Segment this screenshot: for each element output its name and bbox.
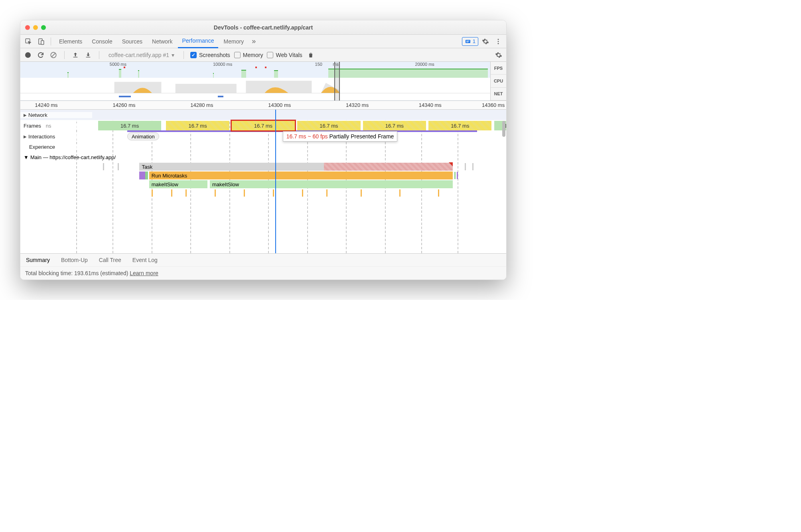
expand-arrow-icon[interactable]: ▶	[24, 134, 27, 139]
net-row	[20, 93, 490, 100]
blocking-time-text: Total blocking time: 193.61ms (estimated…	[25, 270, 128, 276]
playhead-cursor[interactable]	[275, 110, 276, 253]
task-long-bar[interactable]	[324, 163, 453, 171]
long-task-marker-icon	[449, 162, 453, 166]
bar[interactable]	[139, 171, 145, 179]
bar[interactable]	[145, 171, 148, 179]
chevron-down-icon: ▾	[172, 52, 174, 58]
separator	[99, 51, 99, 59]
main-flamechart[interactable]: Task Run Microtasks makeItSlow makeItSlo…	[20, 162, 506, 206]
svg-point-7	[498, 41, 499, 42]
flamechart-panel[interactable]: ▶Network Frames ns 16.7 ms16.7 ms16.7 ms…	[20, 110, 506, 253]
panel-tabs: Elements Console Sources Network Perform…	[20, 35, 506, 48]
frame-segment[interactable]: 16.7 ms	[297, 121, 360, 130]
separator	[64, 51, 65, 59]
tab-memory[interactable]: Memory	[220, 35, 248, 48]
tooltip-desc: Partially Presented Frame	[329, 133, 394, 140]
detail-tab-calltree[interactable]: Call Tree	[98, 254, 122, 266]
track-label: Main — https://coffee-cart.netlify.app/	[30, 154, 116, 160]
fps-row	[20, 68, 490, 78]
session-selector[interactable]: coffee-cart.netlify.app #1 ▾	[106, 51, 177, 59]
time-ruler[interactable]: 14240 ms 14260 ms 14280 ms 14300 ms 1432…	[20, 101, 506, 110]
summary-footer: Total blocking time: 193.61ms (estimated…	[20, 267, 506, 280]
frame-segment[interactable]: 16.7 ms	[98, 121, 161, 130]
detail-tab-summary[interactable]: Summary	[25, 254, 51, 266]
svg-point-8	[498, 43, 499, 44]
track-label: Network	[28, 112, 47, 118]
frame-segment[interactable]: 16.7 ms	[363, 121, 426, 130]
frame-tooltip: 16.7 ms ~ 60 fps Partially Presented Fra…	[283, 131, 398, 142]
reload-record-button[interactable]	[36, 51, 45, 59]
detail-tab-bottomup[interactable]: Bottom-Up	[60, 254, 89, 266]
perf-toolbar: coffee-cart.netlify.app #1 ▾ Screenshots…	[20, 48, 506, 62]
svg-rect-11	[86, 57, 91, 57]
inspect-icon[interactable]	[23, 36, 34, 47]
device-toggle-icon[interactable]	[36, 36, 47, 47]
svg-rect-5	[466, 41, 468, 42]
screenshots-checkbox[interactable]: Screenshots	[190, 52, 230, 58]
svg-rect-2	[41, 40, 44, 44]
kebab-menu-icon[interactable]	[493, 36, 504, 47]
main-thread-header[interactable]: ▼ Main — https://coffee-cart.netlify.app…	[20, 152, 506, 162]
frames-track[interactable]: Frames ns 16.7 ms16.7 ms16.7 ms16.7 ms16…	[20, 120, 506, 131]
scrollbar-thumb[interactable]	[502, 121, 505, 137]
record-button[interactable]	[24, 51, 32, 59]
track-label: Experience	[29, 144, 55, 150]
tab-elements[interactable]: Elements	[55, 35, 86, 48]
overview-lane-labels: FPS CPU NET	[490, 62, 506, 100]
tab-sources[interactable]: Sources	[118, 35, 146, 48]
issues-badge[interactable]: 1	[462, 37, 478, 46]
frame-segment[interactable]: 16.7 ms	[428, 121, 491, 130]
interactions-track[interactable]: ▶Interactions Animation 16.7 ms ~ 60 fps…	[20, 131, 506, 142]
checkbox-off-icon	[267, 52, 273, 58]
checkbox-on-icon	[190, 52, 197, 58]
overview-scrubber[interactable]	[334, 62, 340, 100]
upload-profile-icon[interactable]	[71, 51, 80, 59]
track-label: Frames	[24, 123, 41, 129]
memory-checkbox[interactable]: Memory	[234, 52, 263, 58]
expand-arrow-icon[interactable]: ▶	[24, 113, 27, 117]
task-bar[interactable]: Task	[139, 163, 324, 171]
separator	[51, 37, 51, 45]
network-track[interactable]: ▶Network	[20, 110, 506, 120]
svg-point-6	[498, 39, 499, 40]
learn-more-link[interactable]: Learn more	[130, 270, 158, 276]
tooltip-time: 16.7 ms ~ 60 fps	[286, 133, 328, 140]
svg-rect-3	[466, 40, 470, 43]
session-name: coffee-cart.netlify.app #1	[109, 52, 169, 58]
svg-rect-4	[466, 41, 470, 41]
more-tabs-icon[interactable]: »	[249, 37, 258, 45]
tab-performance[interactable]: Performance	[178, 35, 218, 48]
devtools-window: DevTools - coffee-cart.netlify.app/cart …	[20, 20, 507, 280]
download-profile-icon[interactable]	[84, 51, 93, 59]
collapse-arrow-icon[interactable]: ▼	[24, 154, 29, 160]
svg-rect-10	[73, 57, 78, 57]
tab-console[interactable]: Console	[88, 35, 116, 48]
cpu-row	[20, 78, 490, 93]
track-label: Interactions	[28, 134, 55, 140]
clear-button[interactable]	[49, 51, 58, 59]
capture-settings-icon[interactable]	[494, 51, 503, 59]
detail-tab-eventlog[interactable]: Event Log	[132, 254, 158, 266]
frame-segment[interactable]: 16.7 ms	[166, 121, 229, 130]
settings-icon[interactable]	[480, 36, 491, 47]
makeitslow-bar[interactable]: makeItSlow	[149, 180, 207, 188]
delete-profile-icon[interactable]	[306, 51, 315, 59]
overview-timeline[interactable]: 5000 ms 10000 ms 150 ms 20000 ms	[20, 62, 506, 101]
checkbox-off-icon	[234, 52, 241, 58]
microtasks-bar[interactable]: Run Microtasks	[149, 171, 453, 179]
frame-segment[interactable]: 16.7 ms	[232, 121, 295, 130]
experience-track[interactable]: Experience	[20, 142, 506, 152]
detail-tabs: Summary Bottom-Up Call Tree Event Log	[20, 253, 506, 267]
webvitals-checkbox[interactable]: Web Vitals	[267, 52, 302, 58]
titlebar: DevTools - coffee-cart.netlify.app/cart	[20, 20, 506, 35]
animation-pill[interactable]: Animation	[127, 132, 159, 140]
issues-count: 1	[473, 38, 475, 44]
separator	[183, 51, 184, 59]
window-title: DevTools - coffee-cart.netlify.app/cart	[20, 24, 506, 31]
tab-network[interactable]: Network	[148, 35, 176, 48]
makeitslow-bar-2[interactable]: makeItSlow	[210, 180, 453, 188]
